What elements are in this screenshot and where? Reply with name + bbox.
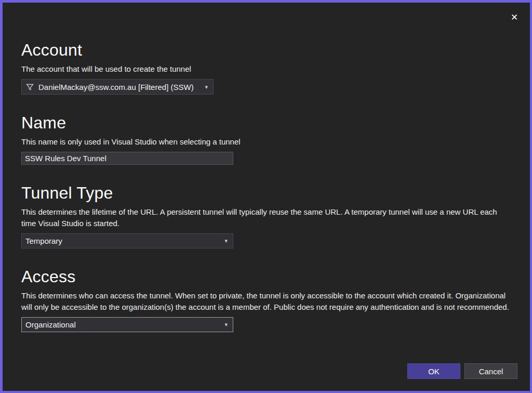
tunnel-type-section-title: Tunnel Type: [21, 182, 512, 203]
name-section-description: This name is only used in Visual Studio …: [21, 136, 512, 148]
ok-button[interactable]: OK: [407, 363, 460, 379]
tunnel-name-input[interactable]: [21, 152, 233, 165]
access-combobox[interactable]: Organizational ▾: [21, 317, 233, 332]
tunnel-type-section-description: This determines the lifetime of the URL.…: [21, 206, 512, 229]
tunnel-type-combobox[interactable]: Temporary ▾: [21, 233, 233, 248]
chevron-down-icon: ▾: [220, 322, 228, 328]
dialog-content: Account The account that will be used to…: [21, 3, 512, 332]
cancel-button[interactable]: Cancel: [464, 363, 517, 379]
account-combobox[interactable]: DanielMackay@ssw.com.au [Filtered] (SSW)…: [21, 79, 214, 95]
dialog-button-row: OK Cancel: [407, 363, 517, 379]
chevron-down-icon: ▾: [201, 84, 208, 90]
filter-icon: [26, 83, 34, 91]
account-section-description: The account that will be used to create …: [21, 63, 512, 75]
account-section-title: Account: [21, 40, 512, 60]
chevron-down-icon: ▾: [220, 238, 228, 244]
access-section-title: Access: [21, 266, 512, 287]
tunnel-type-combobox-value: Temporary: [25, 237, 62, 245]
name-section-title: Name: [21, 112, 512, 133]
access-combobox-value: Organizational: [25, 320, 76, 329]
create-tunnel-dialog: ✕ Account The account that will be used …: [0, 0, 532, 393]
access-section-description: This determines who can access the tunne…: [21, 290, 512, 313]
account-combobox-value: DanielMackay@ssw.com.au [Filtered] (SSW): [38, 83, 194, 91]
